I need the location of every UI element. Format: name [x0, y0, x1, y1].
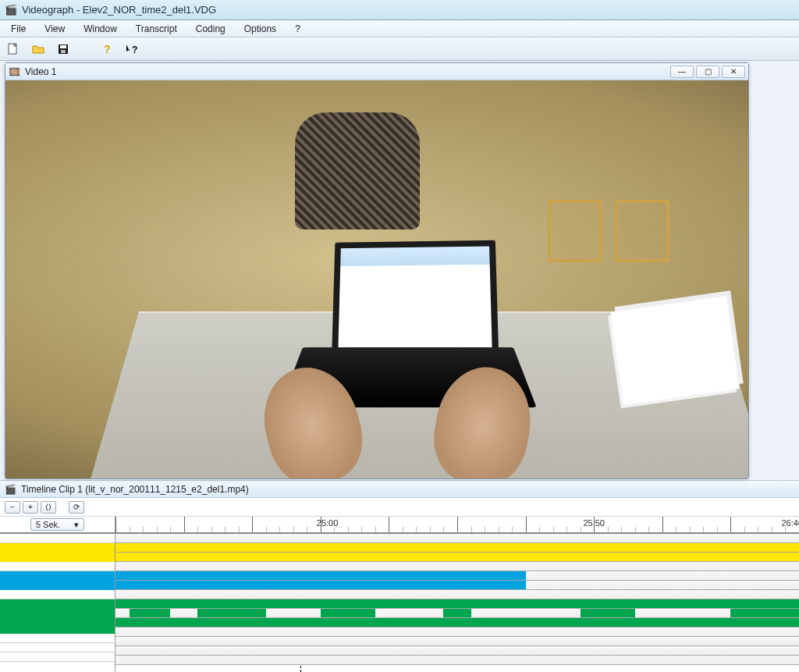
- track-label-yellow[interactable]: [0, 543, 115, 562]
- track-label-blue[interactable]: [0, 571, 115, 590]
- new-file-icon: [7, 43, 20, 55]
- mdi-area: 🎞️ Video 1 — ▢ ✕: [0, 61, 799, 481]
- track-label-column: [0, 534, 115, 672]
- track-row[interactable]: [115, 571, 799, 581]
- track-row[interactable]: [115, 609, 799, 618]
- help-icon: ?: [101, 43, 113, 55]
- timescale-dropdown[interactable]: 5 Sek. ▾: [30, 518, 84, 531]
- svg-rect-2: [60, 45, 66, 48]
- open-file-button[interactable]: [30, 41, 47, 58]
- zoom-in-button[interactable]: +: [23, 501, 38, 514]
- segment[interactable]: [115, 581, 526, 589]
- video-viewport[interactable]: [5, 80, 748, 478]
- segment[interactable]: [115, 599, 799, 608]
- track-row[interactable]: [115, 646, 799, 656]
- ruler-label: 26:40: [781, 518, 799, 528]
- menu-help[interactable]: ?: [287, 22, 308, 36]
- track-label-green[interactable]: [0, 599, 115, 634]
- svg-text:?: ?: [132, 44, 137, 55]
- track-row[interactable]: [115, 562, 799, 571]
- track-row[interactable]: [115, 618, 799, 628]
- timescale-value: 5 Sek.: [36, 520, 60, 529]
- segment[interactable]: [115, 543, 799, 552]
- timeline-ruler-row: 5 Sek. ▾ 25:0025:5026:40: [0, 517, 799, 534]
- segment[interactable]: [130, 609, 171, 617]
- menu-transcript[interactable]: Transcript: [128, 22, 185, 36]
- open-folder-icon: [32, 43, 44, 55]
- zoom-out-button[interactable]: −: [5, 501, 20, 514]
- close-button[interactable]: ✕: [722, 66, 745, 78]
- video-window: 🎞️ Video 1 — ▢ ✕: [5, 62, 749, 479]
- minimize-icon: —: [678, 68, 686, 76]
- plus-icon: +: [28, 503, 33, 511]
- segment[interactable]: [730, 609, 799, 617]
- timeline-controls: − + ⟨⟩ ⟳: [0, 498, 799, 517]
- timeline-panel: 🎬 Timeline Clip 1 (lit_v_nor_200111_1215…: [0, 481, 799, 672]
- track-row[interactable]: [115, 590, 799, 599]
- timeline-tracks[interactable]: [115, 534, 799, 672]
- maximize-button[interactable]: ▢: [696, 66, 719, 78]
- svg-rect-3: [61, 50, 66, 53]
- close-icon: ✕: [730, 68, 737, 76]
- toolbar: ? ?: [0, 37, 799, 61]
- segment[interactable]: [321, 609, 375, 617]
- menubar: File View Window Transcript Coding Optio…: [0, 20, 799, 37]
- maximize-icon: ▢: [705, 68, 712, 76]
- ruler-label: 25:00: [317, 518, 339, 528]
- whats-this-button[interactable]: ?: [123, 41, 140, 58]
- chevron-down-icon: ▾: [74, 520, 79, 530]
- track-row[interactable]: [115, 637, 799, 646]
- track-row[interactable]: [115, 581, 799, 590]
- segment[interactable]: [443, 609, 471, 617]
- menu-coding[interactable]: Coding: [188, 22, 233, 36]
- reset-button[interactable]: ⟳: [69, 501, 84, 514]
- markers-button[interactable]: ⟨⟩: [41, 501, 56, 514]
- app-title: Videograph - Elev2_NOR_time2_del1.VDG: [22, 4, 216, 16]
- menu-window[interactable]: Window: [76, 22, 125, 36]
- minus-icon: −: [10, 503, 15, 511]
- ruler-label: 25:50: [583, 518, 605, 528]
- segment[interactable]: [197, 609, 266, 617]
- track-row[interactable]: [115, 543, 799, 553]
- save-icon: [57, 43, 69, 55]
- track-row[interactable]: [115, 553, 799, 562]
- segment[interactable]: [581, 609, 635, 617]
- track-row[interactable]: [115, 599, 799, 609]
- save-button[interactable]: [55, 41, 72, 58]
- reset-icon: ⟳: [73, 503, 80, 511]
- minimize-button[interactable]: —: [670, 66, 694, 78]
- svg-text:?: ?: [104, 43, 111, 55]
- segment[interactable]: [115, 571, 526, 580]
- video-window-icon: 🎞️: [9, 66, 20, 77]
- timeline-title-text: Timeline Clip 1 (lit_v_nor_200111_1215_e…: [21, 484, 249, 495]
- menu-view[interactable]: View: [37, 22, 73, 36]
- video-frame-content: [5, 80, 748, 478]
- track-row[interactable]: [115, 628, 799, 637]
- markers-icon: ⟨⟩: [45, 503, 51, 511]
- video-window-title: Video 1: [25, 66, 56, 77]
- titlebar: 🎬 Videograph - Elev2_NOR_time2_del1.VDG: [0, 0, 799, 20]
- menu-options[interactable]: Options: [236, 22, 284, 36]
- timeline-scale-selector-area: 5 Sek. ▾: [0, 517, 115, 532]
- timeline-body: [0, 534, 799, 672]
- timeline-icon: 🎬: [5, 484, 16, 495]
- app-icon: 🎬: [5, 4, 17, 16]
- track-row[interactable]: [115, 656, 799, 665]
- track-row[interactable]: [115, 534, 799, 543]
- segment[interactable]: [115, 618, 799, 627]
- menu-file[interactable]: File: [3, 22, 34, 36]
- video-window-titlebar[interactable]: 🎞️ Video 1 — ▢ ✕: [5, 63, 748, 80]
- timeline-ruler[interactable]: 25:0025:5026:40: [115, 517, 799, 532]
- help-button[interactable]: ?: [98, 41, 115, 58]
- new-file-button[interactable]: [5, 41, 22, 58]
- timeline-titlebar[interactable]: 🎬 Timeline Clip 1 (lit_v_nor_200111_1215…: [0, 481, 799, 498]
- whats-this-icon: ?: [125, 43, 139, 55]
- segment[interactable]: [115, 553, 799, 561]
